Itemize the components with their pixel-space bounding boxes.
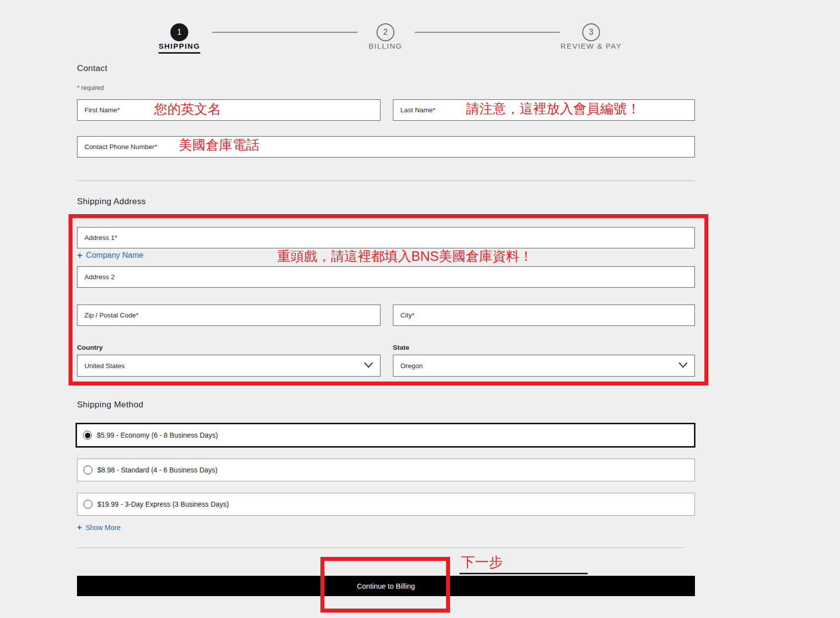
show-more-label: Show More [85, 524, 121, 532]
shipping-method-heading: Shipping Method [77, 400, 144, 410]
first-name-input[interactable] [77, 99, 381, 121]
annotation-last-name: 請注意，這裡放入會員編號！ [466, 100, 640, 118]
step-number: 2 [383, 28, 388, 37]
step-circle-shipping: 1 [170, 23, 188, 41]
step-number: 3 [589, 28, 594, 37]
shipping-option-express[interactable]: $19.99 - 3-Day Express (3 Business Days) [77, 493, 695, 516]
address2-input[interactable] [77, 266, 695, 288]
step-connector-line [415, 32, 560, 33]
step-circle-review: 3 [582, 23, 600, 41]
radio-selected-icon[interactable] [83, 431, 92, 440]
continue-to-billing-button[interactable]: Continue to Billing [77, 576, 695, 596]
button-top-border-line [459, 573, 588, 574]
company-name-label: Company Name [86, 251, 144, 260]
shipping-option-label: $5.99 - Economy (6 - 8 Business Days) [97, 431, 218, 439]
step-number: 1 [177, 28, 182, 37]
section-divider [77, 180, 695, 181]
city-input[interactable] [393, 305, 695, 326]
company-name-toggle[interactable]: + Company Name [77, 250, 144, 261]
radio-unselected-icon[interactable] [83, 465, 92, 474]
state-label: State [393, 344, 409, 351]
required-note: * required [77, 84, 104, 91]
contact-phone-input[interactable] [77, 136, 695, 157]
contact-heading: Contact [77, 64, 107, 74]
plus-icon: + [77, 250, 82, 261]
shipping-address-heading: Shipping Address [77, 197, 146, 207]
shipping-option-label: $19.99 - 3-Day Express (3 Business Days) [97, 500, 229, 508]
shipping-option-standard[interactable]: $8.98 - Standard (4 - 6 Business Days) [77, 459, 695, 481]
address1-input[interactable] [77, 227, 695, 248]
chevron-down-icon [364, 362, 373, 370]
section-divider [77, 547, 684, 548]
country-select[interactable]: United States [77, 355, 381, 377]
radio-unselected-icon[interactable] [83, 500, 92, 509]
show-more-link[interactable]: + Show More [77, 523, 121, 533]
annotation-first-name: 您的英文名 [154, 100, 221, 118]
country-value: United States [84, 362, 125, 370]
annotation-shipping-address: 重頭戲，請這裡都填入BNS美國倉庫資料！ [277, 247, 533, 265]
continue-button-label: Continue to Billing [357, 582, 415, 590]
annotation-phone: 美國倉庫電話 [179, 136, 259, 154]
tab-review-pay: REVIEW & PAY [560, 42, 621, 50]
zip-code-input[interactable] [77, 305, 381, 326]
tab-billing: BILLING [369, 42, 402, 50]
annotation-next-step: 下一步 [461, 553, 503, 572]
shipping-option-economy[interactable]: $5.99 - Economy (6 - 8 Business Days) [76, 423, 695, 448]
chevron-down-icon [679, 362, 687, 370]
plus-icon: + [77, 523, 82, 533]
shipping-option-label: $8.98 - Standard (4 - 6 Business Days) [97, 466, 218, 474]
step-circle-billing: 2 [377, 23, 394, 41]
country-label: Country [77, 344, 103, 351]
tab-shipping[interactable]: SHIPPING [158, 42, 200, 54]
state-value: Oregon [400, 362, 423, 370]
state-select[interactable]: Oregon [393, 355, 695, 377]
checkout-shipping-page: 1 2 3 SHIPPING BILLING REVIEW & PAY Cont… [0, 0, 840, 618]
step-connector-line [212, 32, 358, 33]
